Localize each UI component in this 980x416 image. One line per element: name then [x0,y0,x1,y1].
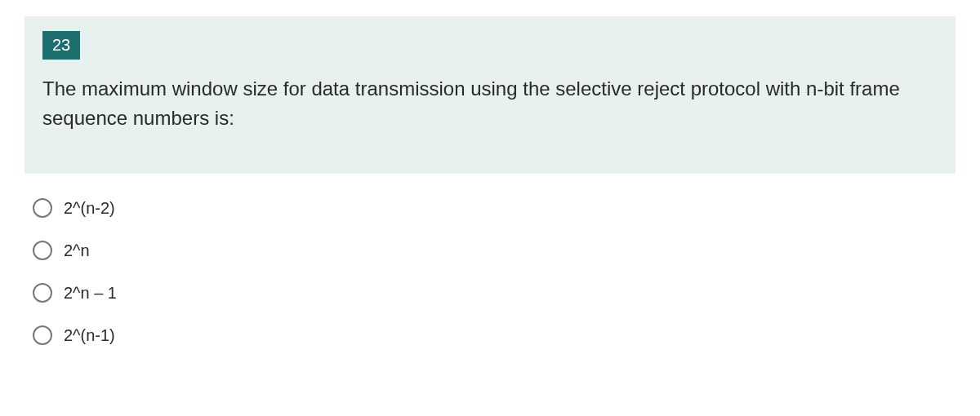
question-text: The maximum window size for data transmi… [42,74,938,133]
question-header: 23 The maximum window size for data tran… [24,16,956,174]
question-number-badge: 23 [42,31,80,60]
radio-icon[interactable] [33,241,52,260]
radio-icon[interactable] [33,325,52,345]
options-list: 2^(n-2) 2^n 2^n – 1 2^(n-1) [24,174,956,376]
option-item[interactable]: 2^(n-2) [33,198,947,218]
option-label: 2^n – 1 [64,284,117,303]
radio-icon[interactable] [33,283,52,303]
radio-icon[interactable] [33,198,52,218]
option-item[interactable]: 2^n [33,241,947,260]
option-item[interactable]: 2^n – 1 [33,283,947,303]
option-item[interactable]: 2^(n-1) [33,325,947,345]
option-label: 2^(n-1) [64,326,115,345]
option-label: 2^(n-2) [64,199,115,218]
option-label: 2^n [64,241,90,260]
